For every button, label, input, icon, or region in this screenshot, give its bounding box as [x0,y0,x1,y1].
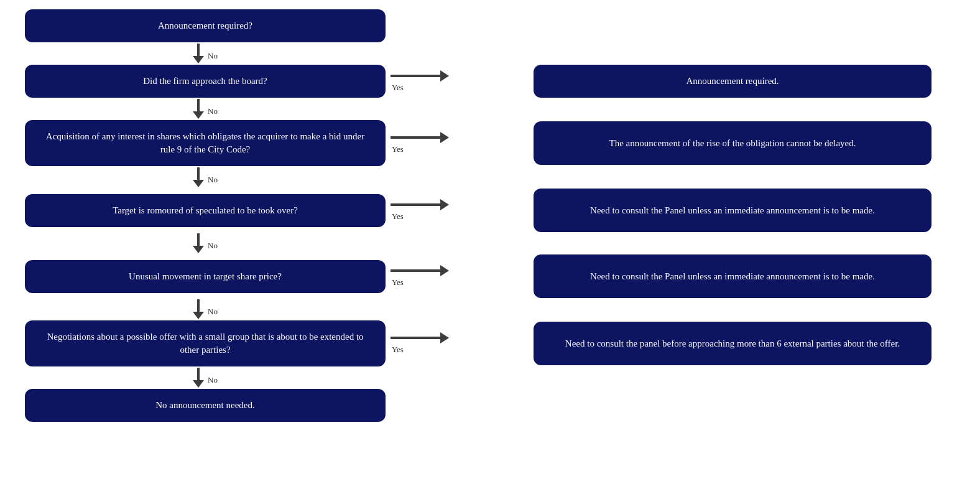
arrow-down-3 [193,167,204,187]
label-yes-6: Yes [392,345,404,355]
label-yes-3: Yes [392,144,404,154]
label-no-4: No [208,241,218,251]
label-yes-5: Yes [392,277,404,287]
label-no-2: No [208,106,218,116]
arrow-right-3 [391,132,449,143]
outcome-5: Need to consult the panel before approac… [534,322,931,365]
arrow-right-5 [391,265,449,276]
outcome-1: Announcement required. [534,65,931,98]
arrow-down-5 [193,299,204,319]
question-1: Announcement required? [25,9,386,42]
end-node: No announcement needed. [25,389,386,422]
outcome-2: The announcement of the rise of the obli… [534,121,931,165]
arrow-right-6 [391,332,449,343]
question-3: Acquisition of any interest in shares wh… [25,120,386,166]
arrow-down-4 [193,233,204,253]
arrow-right-2 [391,70,449,82]
outcome-3: Need to consult the Panel unless an imme… [534,189,931,232]
label-yes-4: Yes [392,212,404,222]
outcome-4: Need to consult the Panel unless an imme… [534,254,931,298]
label-yes-2: Yes [392,83,404,93]
label-no-5: No [208,307,218,317]
label-no-1: No [208,51,218,61]
question-5: Unusual movement in target share price? [25,260,386,293]
arrow-right-4 [391,199,449,210]
diagram-container: Announcement required? No Did the firm a… [0,0,980,431]
arrow-down-1 [193,44,204,63]
arrow-down-2 [193,99,204,119]
arrow-down-6 [193,368,204,388]
question-4: Target is romoured of speculated to be t… [25,194,386,227]
question-2: Did the firm approach the board? [25,65,386,98]
label-no-3: No [208,175,218,185]
question-6: Negotiations about a possible offer with… [25,320,386,366]
label-no-6: No [208,375,218,385]
